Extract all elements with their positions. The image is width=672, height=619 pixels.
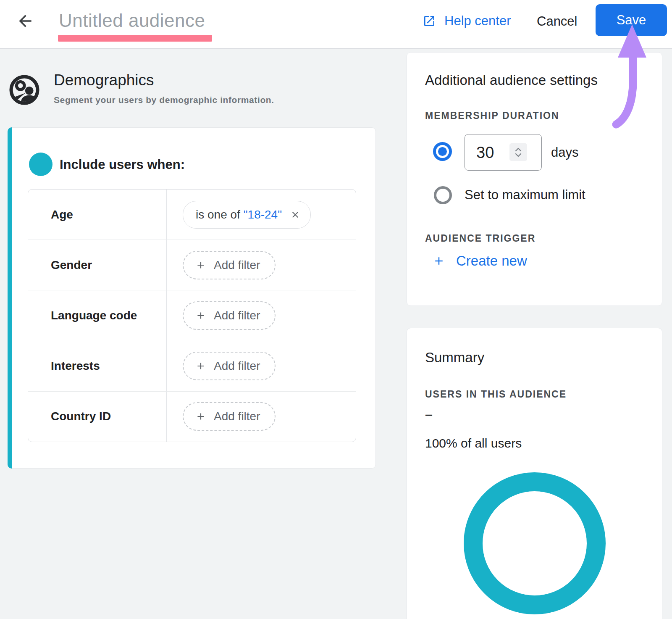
save-button[interactable]: Save <box>596 4 667 36</box>
row-value-country: Add filter <box>167 402 276 431</box>
row-label-language: Language code <box>28 290 167 340</box>
percent-of-all-users: 100% of all users <box>425 436 522 450</box>
chip-condition: is one of <box>196 208 244 221</box>
row-value-age: is one of "18-24" <box>167 201 311 229</box>
users-in-audience-label: USERS IN THIS AUDIENCE <box>425 389 567 400</box>
title-underline <box>58 35 212 42</box>
duration-unit-label: days <box>551 145 578 160</box>
summary-title: Summary <box>425 350 484 366</box>
table-row-language: Language code Add filter <box>28 290 356 340</box>
audience-builder-screen: Untitled audience Help center Cancel Sav… <box>0 0 672 619</box>
row-label-country: Country ID <box>28 392 167 442</box>
table-row-interests: Interests Add filter <box>28 341 356 391</box>
save-button-label: Save <box>617 13 646 28</box>
demographics-icon <box>9 75 39 105</box>
audience-trigger-label: AUDIENCE TRIGGER <box>425 233 536 244</box>
include-scope-stripe <box>8 127 12 469</box>
help-center-label: Help center <box>444 13 511 29</box>
row-value-gender: Add filter <box>167 251 276 279</box>
audience-donut-chart <box>464 472 606 614</box>
chip-value: "18-24" <box>244 208 282 221</box>
audience-name-input[interactable]: Untitled audience <box>59 10 205 31</box>
include-scope-icon <box>29 153 52 176</box>
plus-icon <box>195 411 206 422</box>
section-title: Demographics <box>54 71 154 89</box>
age-filter-chip[interactable]: is one of "18-24" <box>183 201 311 229</box>
create-new-trigger-button[interactable]: Create new <box>433 253 527 269</box>
table-row-country: Country ID Add filter <box>28 391 356 442</box>
demographic-filter-table: Age is one of "18-24" Gender Add f <box>28 189 356 442</box>
add-filter-button-interests[interactable]: Add filter <box>183 352 276 380</box>
add-filter-label: Add filter <box>214 410 260 423</box>
top-bar: Untitled audience Help center Cancel Sav… <box>0 0 672 49</box>
add-filter-label: Add filter <box>214 309 260 322</box>
help-center-link[interactable]: Help center <box>423 13 511 29</box>
add-filter-button-country[interactable]: Add filter <box>183 402 276 431</box>
cancel-button[interactable]: Cancel <box>537 14 578 29</box>
duration-value: 30 <box>476 144 494 162</box>
section-subtitle: Segment your users by demographic inform… <box>54 95 274 105</box>
add-filter-label: Add filter <box>214 359 260 373</box>
back-arrow-icon[interactable] <box>16 12 34 30</box>
create-new-label: Create new <box>456 253 527 269</box>
add-filter-button-language[interactable]: Add filter <box>183 301 276 330</box>
include-users-heading: Include users when: <box>60 157 185 172</box>
plus-icon <box>195 361 206 371</box>
settings-card-title: Additional audience settings <box>425 72 598 88</box>
add-filter-button-gender[interactable]: Add filter <box>183 251 276 279</box>
row-value-interests: Add filter <box>167 352 276 380</box>
chevron-down-icon <box>515 153 522 158</box>
row-label-gender: Gender <box>28 240 167 290</box>
open-in-new-icon <box>423 14 436 28</box>
membership-duration-label: MEMBERSHIP DURATION <box>425 110 559 121</box>
row-label-interests: Interests <box>28 341 167 391</box>
table-row-gender: Gender Add filter <box>28 240 356 290</box>
duration-stepper[interactable] <box>509 143 527 161</box>
chip-close-icon[interactable] <box>290 210 300 220</box>
duration-radio-selected[interactable] <box>433 142 452 161</box>
row-value-language: Add filter <box>167 301 276 330</box>
radio-dot <box>438 147 447 156</box>
users-in-audience-value: – <box>425 407 433 422</box>
max-limit-label: Set to maximum limit <box>465 187 585 203</box>
plus-icon <box>433 255 445 267</box>
plus-icon <box>195 310 206 321</box>
plus-icon <box>195 260 206 271</box>
max-limit-radio-unselected[interactable] <box>434 186 452 204</box>
add-filter-label: Add filter <box>214 258 260 272</box>
table-row-age: Age is one of "18-24" <box>28 190 356 240</box>
row-label-age: Age <box>28 190 167 240</box>
chevron-up-icon <box>515 147 522 152</box>
